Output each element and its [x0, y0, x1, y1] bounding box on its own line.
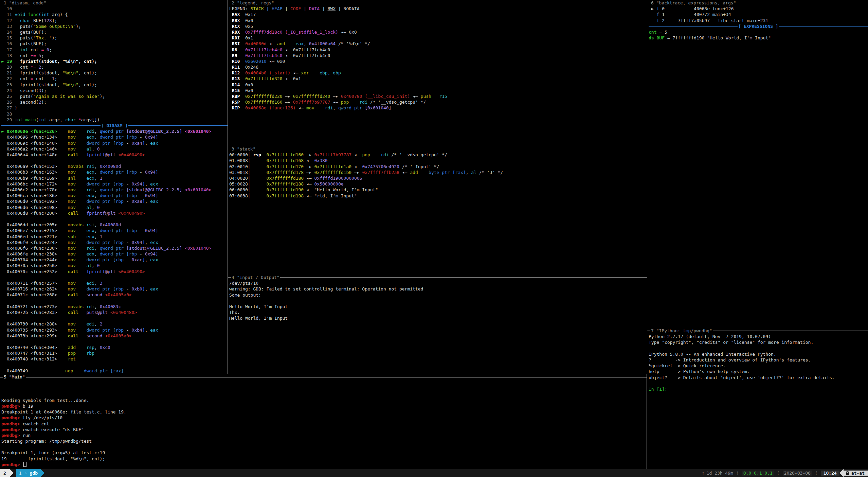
text-row: RCX 0x5 — [229, 23, 647, 29]
text-row — [1, 386, 647, 391]
text-row: 0x400735 <func+293> mov dword ptr [rbp -… — [1, 327, 228, 333]
text-row — [1, 298, 228, 304]
terminal-cursor[interactable] — [23, 462, 26, 467]
text-row: 03:0018│ 0x7fffffffd178 —▸ 0x7fffffffd1b… — [229, 170, 647, 175]
pane-backtrace-expressions[interactable]: 6 "backtrace, expressions, args" ► f 0 4… — [647, 0, 868, 328]
powerline-arrow-icon — [839, 469, 844, 477]
text-row: 14 gets(BUF); — [1, 29, 228, 35]
text-row — [1, 158, 228, 163]
registers-content: LEGEND: STACK | HEAP | CODE | DATA | RWX… — [228, 6, 647, 111]
border-line — [228, 277, 231, 278]
text-row: 10 — [1, 6, 228, 12]
status-date: 2020-03-06 — [783, 471, 812, 476]
powerline-arrow-icon — [40, 469, 44, 477]
text-row: 0x400730 <func+288> mov edi, 2 — [1, 321, 228, 327]
text-row: 0x40073b <func+299> call second <0x4005a… — [1, 333, 228, 339]
text-row: 01:0008│ 0x7fffffffd168 ◂— 0x380 — [229, 158, 647, 163]
text-row: RDI 0x1 — [229, 35, 647, 41]
pane-stack[interactable]: 3 "stack" 00:0000│ rsp 0x7fffffffd160 —▸… — [228, 146, 647, 275]
text-row: 0x40072b <func+283> call puts@plt <0x400… — [1, 310, 228, 315]
text-row: Breakpoint 1 at 0x40068e: file test.c, l… — [1, 409, 647, 415]
text-row: 0x4006d0 <func+192> mov dword ptr [rbp -… — [1, 198, 228, 204]
text-row: warning: GDB: Failed to set controlling … — [229, 286, 647, 292]
pane-title-label: 4 "Input / Output" — [231, 275, 280, 280]
pane-border-vertical-right-active[interactable] — [647, 374, 647, 469]
text-row: 20 cnt *= 2; — [1, 64, 228, 70]
text-row: 0x4006a2 <func+146> mov al, 0 — [1, 146, 228, 152]
border-line — [647, 3, 650, 3]
pane-ipython[interactable]: 7 "IPython: tmp/pwndbg" Python 2.7.17 (d… — [647, 328, 868, 469]
text-row: 0x4006bc <func+172> mov dword ptr [rbp -… — [1, 181, 228, 187]
text-row: 0x4006dd <func+205> movabs rsi, 0x40080d — [1, 222, 228, 228]
text-row: Some output: — [229, 292, 647, 298]
text-row: 0x400711 <func+257> mov edi, 3 — [1, 280, 228, 286]
text-row: pwndbg> cwatch execute "ds BUF" — [1, 427, 647, 432]
text-row: 0x400749 nop dword ptr [rax] — [1, 368, 228, 374]
disasm-code-content: 10 11 void func(int arg) { 12 char BUF[1… — [0, 6, 228, 374]
pane-title-legend-regs: 2 "legend, regs" — [228, 0, 647, 6]
border-line — [47, 3, 228, 3]
border-line — [228, 3, 231, 3]
text-row: RBX 0x0 — [229, 18, 647, 23]
text-row: 04:0020│ 0x7fffffffd180 ◂— 0xffffd190000… — [229, 175, 647, 181]
text-row: 0x4006a4 <func+148> call fprintf@plt <0x… — [1, 152, 228, 158]
pane-main-gdb[interactable]: 5 "Main" Reading symbols from test...don… — [0, 374, 647, 469]
border-line — [26, 377, 647, 377]
text-row — [1, 339, 228, 344]
text-row: 21 fprintf(stdout, "%d\n", cnt); — [1, 70, 228, 76]
text-row: LEGEND: STACK | HEAP | CODE | DATA | RWX… — [229, 6, 647, 12]
hostname-text: at-at — [851, 471, 865, 476]
tmux-status-bar: 2 1 › gdb ↑ 1d 23h 49m ⟨ 0.0 0.1 0.1 ⟨ 2… — [0, 469, 868, 477]
text-row: Python 2.7.17 (default, Nov 7 2019, 10:0… — [649, 334, 868, 339]
pane-title-label: 5 "Main" — [3, 374, 26, 379]
text-row — [1, 275, 228, 280]
pane-title-stack: 3 "stack" — [228, 146, 647, 152]
text-row: 23 fprintf(stdout, "%d\n", cnt); — [1, 82, 228, 88]
pane-title-ipython: 7 "IPython: tmp/pwndbg" — [647, 328, 868, 334]
text-row: %quickref -> Quick reference. — [649, 363, 868, 369]
text-row: RDX 0x7ffff7dd18c0 (_IO_stdfile_1_lock) … — [229, 29, 647, 35]
uptime-arrow-icon: ↑ — [702, 471, 707, 476]
text-row: pwndbg> run — [1, 432, 647, 438]
text-row: R10 0x602010 ◂— 0x0 — [229, 58, 647, 64]
text-row: ds BUF = 7fffffffd190 "Hello World, I'm … — [649, 35, 868, 41]
text-row: R11 0x246 — [229, 64, 647, 70]
text-row: 0x40071c <func+268> call second <0x4005a… — [1, 292, 228, 298]
pane-title-main: 5 "Main" — [0, 374, 647, 380]
border-line — [275, 3, 647, 3]
text-row: RAX 0x17 — [229, 12, 647, 17]
pane-legend-regs[interactable]: 2 "legend, regs" LEGEND: STACK | HEAP | … — [228, 0, 647, 146]
pane-border-vertical-right[interactable] — [647, 0, 647, 374]
hostname-badge: at-at — [844, 471, 868, 476]
session-badge[interactable]: 2 — [0, 469, 10, 477]
text-row: Starting program: /tmp/pwndbg/test — [1, 438, 647, 444]
text-row: In [1]: — [649, 386, 868, 392]
text-row: 0x4006ca <func+186> mov edx, dword ptr [… — [1, 193, 228, 198]
pane-input-output[interactable]: 4 "Input / Output" /dev/pts/10warning: G… — [228, 275, 647, 374]
pane-disasm-code[interactable]: 1 "disasm, code" 10 11 void func(int arg… — [0, 0, 228, 374]
backtrace-content: ► f 0 40068e func+126 f 1 400772 main+34… — [647, 6, 868, 41]
text-row: 06:0030│ 0x7fffffffd190 ◂— "Hello World,… — [229, 187, 647, 193]
text-row: 24 second(3); — [1, 88, 228, 93]
text-row: 13 puts("Some output:\n"); — [1, 23, 228, 29]
text-row: pwndbg> b 19 — [1, 403, 647, 409]
text-row: RBP 0x7fffffffd220 —▸ 0x7fffffffd240 —▸ … — [229, 93, 647, 99]
ipython-content: Python 2.7.17 (default, Nov 7 2019, 10:0… — [647, 334, 868, 392]
text-row: 02:0010│ 0x7fffffffd170 —▸ 0x7fffffffd1a… — [229, 164, 647, 170]
text-row: f 2 7ffff7a05b97 __libc_start_main+231 — [649, 18, 868, 23]
text-row: 28 — [1, 111, 228, 117]
text-row: RIP 0x40068e (func+126) ◂— mov rdi, qwor… — [229, 105, 647, 111]
text-row: pwndbg> — [1, 462, 647, 467]
section-separator: [ DISASM ] — [1, 123, 228, 128]
pane-border-vertical-left[interactable] — [228, 0, 228, 374]
border-line — [280, 277, 647, 278]
text-row: R13 0x7fffffffd320 ◂— 0x1 — [229, 76, 647, 82]
gdb-console-content: Reading symbols from test...done.pwndbg>… — [0, 380, 647, 467]
text-row: 0x40070a <func+250> mov al, 0 — [1, 263, 228, 268]
text-row: 05:0028│ 0x7fffffffd188 ◂— 0x50000000e — [229, 181, 647, 187]
text-row: 0x4006f0 <func+224> mov dword ptr [rbp -… — [1, 240, 228, 245]
text-row: RSI 0x40080d ◂— and eax, 0x4f000a64 /* '… — [229, 41, 647, 47]
window-tab-gdb[interactable]: 1 › gdb — [16, 469, 40, 477]
text-row: 0x4006e7 <func+215> mov ecx, dword ptr [… — [1, 228, 228, 233]
status-gap — [14, 469, 16, 477]
